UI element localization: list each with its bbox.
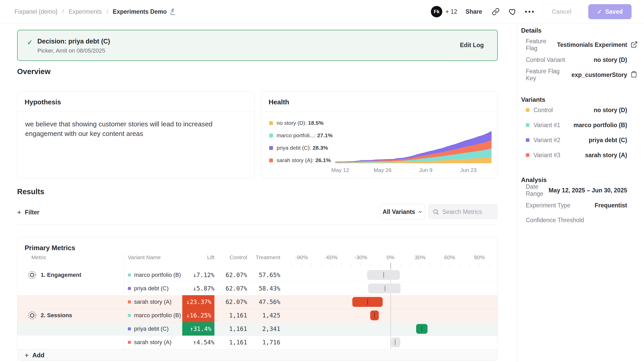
metric-table-row[interactable]: sarah story (A)↑4.54%1,1611,716 xyxy=(17,336,498,349)
overview-heading: Overview xyxy=(17,67,51,76)
legend-item: no story (D): 18.5% xyxy=(269,120,324,126)
experiment-type-label: Experiment Type xyxy=(526,202,570,209)
variant-cell: marco portfolio (B) xyxy=(128,268,181,282)
all-variants-dropdown[interactable]: All Variants xyxy=(380,204,425,220)
metric-table-row[interactable]: priya debt (C)↓5.87%62.07%58.43% xyxy=(17,282,498,295)
variant-label: Variant #1 xyxy=(534,122,560,129)
breadcrumb-project[interactable]: Fixpanel {demo} xyxy=(15,8,58,15)
feature-flag-row: Feature Flag Testimonials Experiment xyxy=(526,39,627,50)
treatment-value: 2,341 xyxy=(262,322,280,336)
feature-flag-value[interactable]: Testimonials Experiment xyxy=(557,41,627,48)
col-treatment: Treatment xyxy=(256,254,280,260)
metric-table-row[interactable]: sarah story (A)↓23.37%62.07%47.56% xyxy=(17,295,498,309)
favorite-heart-icon[interactable] xyxy=(508,6,518,17)
variant-name: marco portfolio (B) xyxy=(134,312,181,319)
avatar[interactable]: Fk xyxy=(431,6,442,17)
metric-table-row[interactable]: marco portfolio (B)↓16.25%1,1611,425 xyxy=(17,309,498,322)
table-footer: + Add xyxy=(17,349,498,361)
control-value: 62.07% xyxy=(226,268,247,282)
add-filter-button[interactable]: + Filter xyxy=(17,205,39,220)
col-control: Control xyxy=(229,254,247,260)
minor-tick xyxy=(470,263,470,266)
confidence-interval-bar xyxy=(370,310,379,320)
goal-metric-icon xyxy=(28,271,37,279)
variant-label: Variant #2 xyxy=(534,137,560,144)
metric-name: 2. Sessions xyxy=(41,312,72,319)
primary-metrics-title: Primary Metrics xyxy=(25,244,75,252)
minor-tick xyxy=(311,263,312,266)
cancel-button[interactable]: Cancel xyxy=(542,4,582,19)
x-axis-label: May 12 xyxy=(331,167,349,173)
metric-table-row[interactable]: priya debt (C)↑31.4%1,1612,341 xyxy=(17,322,498,336)
x-axis-tick xyxy=(340,163,340,166)
date-range-value: May 12, 2025 – Jun 30, 2025 xyxy=(549,187,627,194)
legend-label: marco portfoli...: 27.1% xyxy=(277,132,333,139)
variant-cell: priya debt (C) xyxy=(128,322,169,336)
confidence-threshold-label: Confidence Threshold xyxy=(526,217,584,224)
feature-flag-key-label: Feature Flag Key xyxy=(526,68,571,82)
ci-axis-label: -90% xyxy=(295,254,308,260)
add-metric-button[interactable]: + Add xyxy=(25,349,44,361)
date-range-label: Date Range xyxy=(526,183,549,197)
search-metrics-box xyxy=(428,204,498,220)
ci-axis-label: -60% xyxy=(325,254,338,260)
control-variant-label: Control Variant xyxy=(526,56,565,63)
confidence-interval-bar xyxy=(391,337,400,347)
variant-color-dot xyxy=(526,123,529,127)
plus-icon: + xyxy=(17,209,21,216)
search-metrics-input[interactable] xyxy=(442,208,489,215)
ci-median-line xyxy=(383,272,384,278)
control-value: 62.07% xyxy=(226,282,247,295)
legend-swatch xyxy=(269,121,273,125)
experiment-type-row: Experiment Type Frequentist xyxy=(526,200,627,211)
control-value: 1,161 xyxy=(229,322,247,336)
variant-cell: sarah story (A) xyxy=(128,336,171,349)
variant-name: sarah story (A) xyxy=(134,339,171,346)
variant-color-dot xyxy=(128,314,131,317)
variant-value: priya debt (C) xyxy=(589,137,627,144)
details-sidebar: Details Feature Flag Testimonials Experi… xyxy=(517,23,644,362)
edit-log-button[interactable]: Edit Log xyxy=(460,42,484,49)
variant-value: sarah story (A) xyxy=(585,152,627,159)
decision-banner: ✓ Decision: priya debt (C) Picker, Amit … xyxy=(17,30,498,61)
minor-tick xyxy=(351,263,351,266)
details-heading: Details xyxy=(521,27,542,34)
metric-table-row[interactable]: marco portfolio (B)↓7.12%62.07%57.65% xyxy=(17,268,498,282)
variant-row-left: Variant #3 xyxy=(526,152,560,159)
goal-metric-icon xyxy=(28,311,37,320)
feature-flag-key-row: Feature Flag Key exp_customerStory xyxy=(526,69,627,81)
minor-tick xyxy=(420,263,420,266)
legend-item: priya debt (C): 28.3% xyxy=(269,145,328,151)
copy-link-icon[interactable] xyxy=(491,6,501,17)
share-button[interactable]: Share xyxy=(464,8,484,15)
external-link-icon[interactable] xyxy=(631,41,638,49)
legend-swatch xyxy=(269,158,273,162)
variant-color-dot xyxy=(128,341,131,344)
variant-row: Controlno story (D) xyxy=(526,104,627,116)
confidence-interval-bar xyxy=(416,324,428,334)
date-range-row: Date Range May 12, 2025 – Jun 30, 2025 xyxy=(526,185,627,196)
breadcrumb-experiments[interactable]: Experiments xyxy=(69,8,102,15)
legend-label: priya debt (C): 28.3% xyxy=(277,145,328,151)
x-axis-tick xyxy=(426,163,426,166)
variant-color-dot xyxy=(526,153,529,157)
col-lift: Lift xyxy=(207,254,214,260)
confidence-interval-bar xyxy=(367,270,400,280)
minor-tick xyxy=(321,263,322,266)
variant-value: no story (D) xyxy=(594,107,627,114)
more-options-icon[interactable]: ●●● xyxy=(525,6,535,17)
confidence-interval-bar xyxy=(368,284,401,293)
col-variant-name: Variant Name xyxy=(128,254,161,260)
variant-row-left: Variant #2 xyxy=(526,137,560,144)
x-axis-label: Jun 23 xyxy=(460,167,477,173)
divider xyxy=(261,112,498,112)
minor-tick xyxy=(331,263,332,266)
ci-axis-label: 60% xyxy=(444,254,455,260)
collaborator-count[interactable]: + 12 xyxy=(445,8,457,15)
saved-button[interactable]: ✓ Saved xyxy=(588,4,632,19)
clipboard-copy-icon[interactable] xyxy=(631,71,638,79)
metric-name: 1. Engagement xyxy=(41,272,81,278)
variant-value: marco portfolio (B) xyxy=(573,122,627,129)
hypothesis-body: we believe that showing customer stories… xyxy=(25,119,248,139)
control-value: 62.07% xyxy=(226,295,247,309)
